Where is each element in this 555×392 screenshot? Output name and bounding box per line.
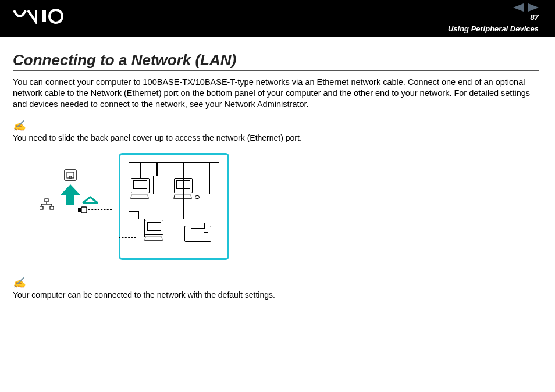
svg-marker-2	[513, 3, 524, 12]
nav-arrows	[513, 3, 539, 12]
section-title: Using Peripheral Devices	[448, 24, 539, 33]
svg-marker-7	[61, 184, 80, 205]
svg-marker-3	[528, 3, 539, 12]
printer-icon	[184, 226, 211, 242]
svg-rect-0	[42, 10, 46, 22]
open-panel-icon	[81, 195, 99, 205]
page-title: Connecting to a Network (LAN)	[13, 51, 539, 71]
note-icon: ✍	[13, 119, 539, 132]
next-page-icon[interactable]	[528, 3, 539, 12]
svg-rect-14	[40, 206, 43, 209]
note-2: Your computer can be connected to the ne…	[13, 290, 539, 300]
svg-rect-8	[83, 202, 98, 204]
svg-rect-16	[78, 208, 81, 212]
tower-icon	[202, 176, 210, 194]
computer-icon	[131, 178, 150, 193]
mouse-icon	[195, 195, 200, 199]
page-header: 87 Using Peripheral Devices	[0, 0, 555, 37]
svg-rect-6	[69, 176, 72, 178]
note-icon: ✍	[13, 276, 539, 289]
content-area: Connecting to a Network (LAN) You can co…	[0, 37, 555, 300]
lan-diagram	[36, 153, 539, 260]
tower-icon	[153, 176, 161, 194]
page-number: 87	[531, 13, 539, 22]
cable-plug-icon	[78, 206, 87, 213]
svg-rect-15	[50, 206, 54, 209]
arrow-up-icon	[61, 184, 80, 208]
computer-icon	[145, 220, 163, 235]
svg-point-1	[49, 10, 62, 23]
body-paragraph: You can connect your computer to 100BASE…	[13, 77, 539, 110]
network-tree-icon	[40, 198, 54, 211]
svg-rect-9	[45, 199, 48, 202]
vaio-logo	[13, 8, 76, 27]
network-topology-box	[119, 153, 229, 260]
prev-page-icon[interactable]	[513, 3, 524, 12]
tower-icon	[137, 219, 145, 237]
ethernet-port-icon	[64, 169, 77, 181]
note-1: You need to slide the back panel cover u…	[13, 133, 539, 142]
svg-rect-17	[81, 207, 87, 213]
